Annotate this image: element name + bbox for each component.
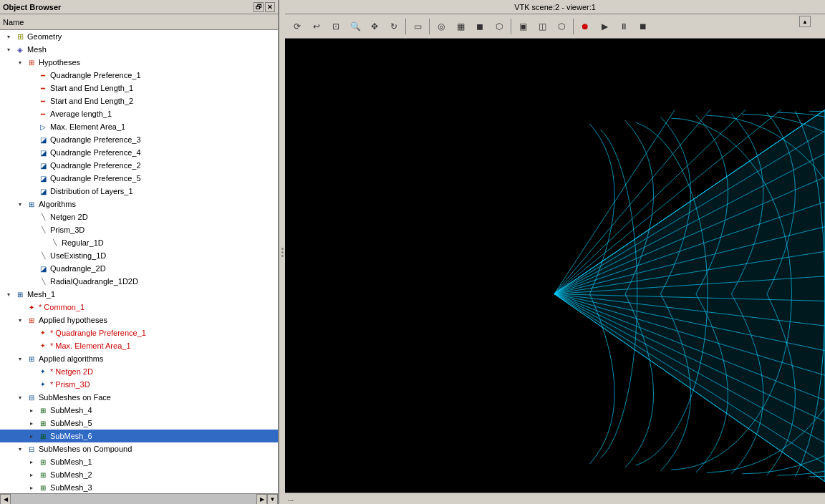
tree-node-prism_3d[interactable]: ╲ Prism_3D — [0, 223, 278, 236]
pause-btn[interactable]: ⏸ — [614, 17, 633, 36]
tree-node-applied_hyp[interactable]: ▾ ⊞ Applied hypotheses — [0, 314, 278, 326]
rotate-btn[interactable]: ↻ — [385, 17, 403, 36]
expand-icon-mesh[interactable]: ▾ — [3, 44, 14, 55]
expand-icon-submesh_6[interactable]: ▸ — [26, 430, 37, 442]
expand-icon-submeshes_compound[interactable]: ▾ — [14, 443, 26, 455]
ob-close-btn[interactable]: ✕ — [265, 2, 275, 12]
expand-icon-start_end_2[interactable] — [26, 95, 37, 107]
tree-node-quad_pref_1_app[interactable]: ✦ * Quadrangle Preference_1 — [0, 326, 278, 339]
tree-node-quad_pref_1[interactable]: ━ Quadrangle Preference_1 — [0, 69, 278, 82]
select-rect-btn[interactable]: ▭ — [408, 17, 427, 36]
expand-icon-common_1[interactable] — [14, 301, 26, 313]
expand-icon-quad_pref_3[interactable] — [26, 134, 37, 145]
tree-node-quad_pref_3[interactable]: ◪ Quadrangle Preference_3 — [0, 133, 278, 146]
point-sel-btn[interactable]: ◎ — [432, 17, 450, 36]
view3-btn[interactable]: ⬡ — [552, 17, 571, 36]
tree-node-hypotheses[interactable]: ▾ ⊞ Hypotheses — [0, 56, 278, 69]
tree-node-algorithms[interactable]: ▾ ⊞ Algorithms — [0, 198, 278, 210]
tree-node-quadrangle_2d[interactable]: ◪ Quadrangle_2D — [0, 262, 278, 275]
tree-node-useexisting_1d[interactable]: ╲ UseExisting_1D — [0, 249, 278, 262]
tree-node-netgen_2d[interactable]: ╲ Netgen 2D — [0, 210, 278, 223]
tree-node-start_end_2[interactable]: ━ Start and End Length_2 — [0, 94, 278, 107]
tree-node-mesh_1[interactable]: ▾ ⊞ Mesh_1 — [0, 288, 278, 301]
expand-icon-netgen_2d_app[interactable] — [26, 366, 37, 377]
expand-icon-avg_length_1[interactable] — [26, 108, 37, 120]
expand-icon-max_elem_area_1[interactable] — [26, 121, 37, 132]
tree-node-dist_layers_1[interactable]: ◪ Distribution of Layers_1 — [0, 185, 278, 198]
tree-node-avg_length_1[interactable]: ━ Average length_1 — [0, 107, 278, 120]
expand-icon-netgen_2d[interactable] — [26, 211, 37, 223]
tree-node-netgen_2d_app[interactable]: ✦ * Netgen 2D — [0, 365, 278, 378]
tree-node-max_elem_area_1[interactable]: ▷ Max. Element Area_1 — [0, 120, 278, 133]
tree-node-submesh_6[interactable]: ▸ ⊞ SubMesh_6 — [0, 430, 278, 442]
tree-node-start_end_1[interactable]: ━ Start and End Length_1 — [0, 82, 278, 94]
tree-node-radialquad[interactable]: ╲ RadialQuadrangle_1D2D — [0, 275, 278, 288]
scroll-left-btn[interactable]: ◀ — [0, 494, 11, 505]
expand-icon-quadrangle_2d[interactable] — [26, 263, 37, 274]
record-btn[interactable]: ⏺ — [576, 17, 594, 36]
tree-node-regular_1d[interactable]: ╲ Regular_1D — [0, 236, 278, 249]
stop-btn[interactable]: ⏹ — [634, 17, 652, 36]
tree-node-max_area_1_app[interactable]: ✦ * Max. Element Area_1 — [0, 339, 278, 352]
undo-btn[interactable]: ↩ — [307, 17, 326, 36]
tree-node-submesh_4[interactable]: ▸ ⊞ SubMesh_4 — [0, 404, 278, 417]
scroll-track-h[interactable] — [11, 494, 256, 505]
viewer-canvas[interactable] — [285, 39, 825, 493]
scroll-right-btn[interactable]: ▶ — [256, 494, 267, 505]
tree-node-prism_3d_app[interactable]: ✦ * Prism_3D — [0, 378, 278, 391]
tree-node-common_1[interactable]: ✦ * Common_1 — [0, 301, 278, 314]
expand-icon-hypotheses[interactable]: ▾ — [14, 57, 26, 68]
expand-icon-applied_hyp[interactable]: ▾ — [14, 314, 26, 326]
expand-icon-quad_pref_1_app[interactable] — [26, 327, 37, 339]
expand-icon-submeshes_face[interactable]: ▾ — [14, 392, 26, 403]
tree-node-submeshes_compound[interactable]: ▾ ⊟ SubMeshes on Compound — [0, 442, 278, 455]
expand-icon-quad_pref_5[interactable] — [26, 173, 37, 184]
tree-container[interactable]: ▾ ⊞ Geometry ▾ ◈ Mesh ▾ ⊞ Hypotheses ━ Q… — [0, 30, 278, 493]
expand-icon-quad_pref_1[interactable] — [26, 69, 37, 81]
expand-icon-dist_layers_1[interactable] — [26, 185, 37, 197]
panel-divider[interactable] — [279, 0, 285, 504]
expand-icon-quad_pref_4[interactable] — [26, 147, 37, 158]
play-btn[interactable]: ▶ — [595, 17, 614, 36]
zoom-btn[interactable]: 🔍 — [346, 17, 365, 36]
scroll-down-btn[interactable]: ▼ — [267, 494, 278, 505]
view-front-btn[interactable]: ▣ — [513, 17, 532, 36]
elem-sel-btn[interactable]: ⬡ — [490, 17, 508, 36]
reset-view-btn[interactable]: ⟳ — [288, 17, 307, 36]
expand-icon-geometry[interactable]: ▾ — [3, 31, 14, 42]
expand-icon-max_area_1_app[interactable] — [26, 340, 37, 352]
tree-node-quad_pref_5[interactable]: ◪ Quadrangle Preference_5 — [0, 172, 278, 185]
expand-icon-submesh_3[interactable]: ▸ — [26, 482, 37, 493]
tree-node-applied_algo[interactable]: ▾ ⊞ Applied algorithms — [0, 352, 278, 365]
vol-sel-btn[interactable]: ◼ — [471, 17, 489, 36]
sort-btn[interactable]: ▲ — [799, 16, 811, 27]
tree-node-quad_pref_4[interactable]: ◪ Quadrangle Preference_4 — [0, 146, 278, 159]
ob-restore-btn[interactable]: 🗗 — [254, 2, 264, 12]
fit-btn[interactable]: ⊡ — [327, 17, 345, 36]
expand-icon-submesh_2[interactable]: ▸ — [26, 469, 37, 480]
expand-icon-applied_algo[interactable]: ▾ — [14, 353, 26, 364]
expand-icon-prism_3d[interactable] — [26, 224, 37, 236]
pan-btn[interactable]: ✥ — [365, 17, 384, 36]
tree-node-submesh_5[interactable]: ▸ ⊞ SubMesh_5 — [0, 417, 278, 430]
expand-icon-useexisting_1d[interactable] — [26, 250, 37, 261]
tree-node-mesh[interactable]: ▾ ◈ Mesh — [0, 43, 278, 56]
expand-icon-quad_pref_2[interactable] — [26, 160, 37, 171]
expand-icon-algorithms[interactable]: ▾ — [14, 198, 26, 210]
expand-icon-submesh_4[interactable]: ▸ — [26, 404, 37, 416]
tree-node-submesh_2[interactable]: ▸ ⊞ SubMesh_2 — [0, 468, 278, 481]
expand-icon-mesh_1[interactable]: ▾ — [3, 289, 14, 300]
view-back-btn[interactable]: ◫ — [533, 17, 551, 36]
tree-node-quad_pref_2[interactable]: ◪ Quadrangle Preference_2 — [0, 159, 278, 172]
expand-icon-prism_3d_app[interactable] — [26, 379, 37, 390]
expand-icon-submesh_1[interactable]: ▸ — [26, 456, 37, 467]
tree-node-submeshes_face[interactable]: ▾ ⊟ SubMeshes on Face — [0, 391, 278, 404]
tree-node-geometry[interactable]: ▾ ⊞ Geometry — [0, 30, 278, 43]
expand-icon-regular_1d[interactable] — [37, 237, 49, 248]
expand-icon-start_end_1[interactable] — [26, 82, 37, 94]
tree-node-submesh_1[interactable]: ▸ ⊞ SubMesh_1 — [0, 455, 278, 468]
expand-icon-radialquad[interactable] — [26, 276, 37, 287]
tree-node-submesh_3[interactable]: ▸ ⊞ SubMesh_3 — [0, 481, 278, 493]
expand-icon-submesh_5[interactable]: ▸ — [26, 417, 37, 429]
face-sel-btn[interactable]: ▦ — [451, 17, 470, 36]
